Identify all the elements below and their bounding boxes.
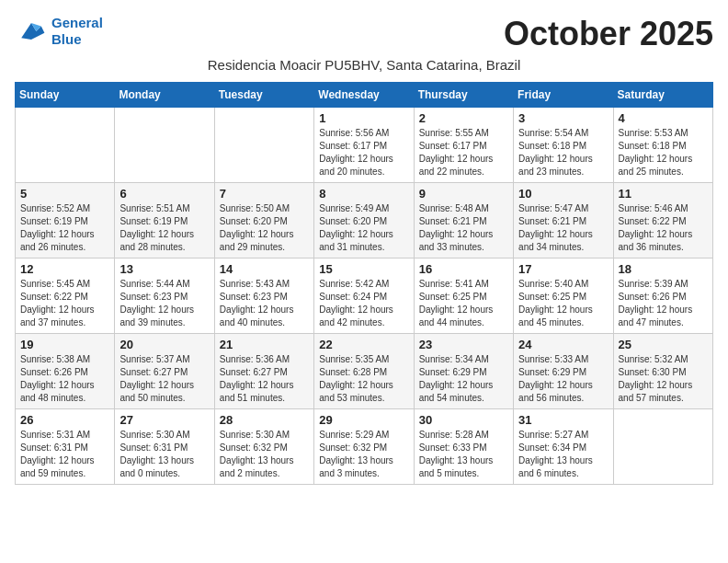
calendar-cell: 2Sunrise: 5:55 AM Sunset: 6:17 PM Daylig… [414,108,513,183]
day-info: Sunrise: 5:39 AM Sunset: 6:26 PM Dayligh… [619,278,708,329]
logo-line2: Blue [51,31,103,48]
day-info: Sunrise: 5:37 AM Sunset: 6:27 PM Dayligh… [119,353,209,405]
calendar-week-2: 5Sunrise: 5:52 AM Sunset: 6:19 PM Daylig… [16,183,713,259]
calendar-cell: 29Sunrise: 5:29 AM Sunset: 6:32 PM Dayli… [314,409,414,485]
day-number: 4 [619,111,708,125]
weekday-header-row: SundayMondayTuesdayWednesdayThursdayFrid… [16,83,713,108]
calendar-cell: 22Sunrise: 5:35 AM Sunset: 6:28 PM Dayli… [314,334,414,409]
calendar-cell: 19Sunrise: 5:38 AM Sunset: 6:26 PM Dayli… [16,334,115,409]
day-number: 28 [220,413,309,427]
day-number: 1 [319,111,408,125]
calendar-cell: 25Sunrise: 5:32 AM Sunset: 6:30 PM Dayli… [613,334,712,409]
day-number: 12 [20,262,109,276]
calendar-week-5: 26Sunrise: 5:31 AM Sunset: 6:31 PM Dayli… [16,409,713,485]
calendar-cell: 20Sunrise: 5:37 AM Sunset: 6:27 PM Dayli… [115,334,214,409]
weekday-header-tuesday: Tuesday [214,83,313,108]
day-number: 24 [518,338,608,351]
calendar-cell: 5Sunrise: 5:52 AM Sunset: 6:19 PM Daylig… [16,183,115,259]
day-number: 5 [20,187,109,201]
day-number: 31 [518,413,608,427]
day-number: 17 [518,262,608,276]
day-info: Sunrise: 5:32 AM Sunset: 6:30 PM Dayligh… [619,353,708,405]
day-info: Sunrise: 5:56 AM Sunset: 6:17 PM Dayligh… [319,127,408,178]
calendar-cell: 10Sunrise: 5:47 AM Sunset: 6:21 PM Dayli… [514,183,613,259]
weekday-header-friday: Friday [514,83,613,108]
calendar-week-4: 19Sunrise: 5:38 AM Sunset: 6:26 PM Dayli… [16,334,713,409]
day-info: Sunrise: 5:38 AM Sunset: 6:26 PM Dayligh… [20,353,109,405]
calendar-cell: 4Sunrise: 5:53 AM Sunset: 6:18 PM Daylig… [613,108,712,183]
day-number: 6 [119,187,209,201]
day-info: Sunrise: 5:49 AM Sunset: 6:20 PM Dayligh… [319,202,408,254]
day-info: Sunrise: 5:47 AM Sunset: 6:21 PM Dayligh… [518,202,608,254]
calendar-cell [115,108,214,183]
calendar-cell [16,108,115,183]
calendar-cell: 1Sunrise: 5:56 AM Sunset: 6:17 PM Daylig… [314,108,414,183]
day-number: 27 [119,413,209,427]
day-info: Sunrise: 5:30 AM Sunset: 6:32 PM Dayligh… [220,429,309,480]
calendar-cell: 23Sunrise: 5:34 AM Sunset: 6:29 PM Dayli… [414,334,513,409]
day-number: 10 [518,187,608,201]
calendar-cell: 13Sunrise: 5:44 AM Sunset: 6:23 PM Dayli… [115,259,214,334]
day-info: Sunrise: 5:28 AM Sunset: 6:33 PM Dayligh… [419,429,508,480]
calendar-cell: 21Sunrise: 5:36 AM Sunset: 6:27 PM Dayli… [214,334,313,409]
day-number: 7 [220,187,309,201]
day-info: Sunrise: 5:29 AM Sunset: 6:32 PM Dayligh… [319,429,408,480]
calendar-cell: 28Sunrise: 5:30 AM Sunset: 6:32 PM Dayli… [214,409,313,485]
day-number: 14 [220,262,309,276]
day-number: 20 [119,338,209,351]
day-number: 19 [20,338,109,351]
calendar-cell: 31Sunrise: 5:27 AM Sunset: 6:34 PM Dayli… [514,409,613,485]
day-info: Sunrise: 5:46 AM Sunset: 6:22 PM Dayligh… [619,202,708,254]
day-info: Sunrise: 5:48 AM Sunset: 6:21 PM Dayligh… [419,202,508,254]
day-info: Sunrise: 5:33 AM Sunset: 6:29 PM Dayligh… [518,353,608,405]
day-number: 30 [419,413,508,427]
page-header: General Blue October 2025 [15,15,713,53]
day-number: 16 [419,262,508,276]
day-info: Sunrise: 5:40 AM Sunset: 6:25 PM Dayligh… [518,278,608,329]
calendar-cell: 7Sunrise: 5:50 AM Sunset: 6:20 PM Daylig… [214,183,313,259]
subtitle: Residencia Moacir PU5BHV, Santa Catarina… [15,57,713,73]
calendar-cell: 27Sunrise: 5:30 AM Sunset: 6:31 PM Dayli… [115,409,214,485]
day-number: 8 [319,187,408,201]
calendar-cell: 8Sunrise: 5:49 AM Sunset: 6:20 PM Daylig… [314,183,414,259]
logo-line1: General [51,15,103,30]
calendar-cell: 6Sunrise: 5:51 AM Sunset: 6:19 PM Daylig… [115,183,214,259]
day-info: Sunrise: 5:27 AM Sunset: 6:34 PM Dayligh… [518,429,608,480]
day-info: Sunrise: 5:52 AM Sunset: 6:19 PM Dayligh… [20,202,109,254]
day-number: 3 [518,111,608,125]
calendar-cell [214,108,313,183]
weekday-header-thursday: Thursday [414,83,513,108]
day-info: Sunrise: 5:42 AM Sunset: 6:24 PM Dayligh… [319,278,408,329]
calendar-cell: 15Sunrise: 5:42 AM Sunset: 6:24 PM Dayli… [314,259,414,334]
month-title: October 2025 [504,15,713,53]
calendar-cell: 12Sunrise: 5:45 AM Sunset: 6:22 PM Dayli… [16,259,115,334]
day-number: 11 [619,187,708,201]
calendar-cell: 30Sunrise: 5:28 AM Sunset: 6:33 PM Dayli… [414,409,513,485]
day-info: Sunrise: 5:34 AM Sunset: 6:29 PM Dayligh… [419,353,508,405]
day-number: 25 [619,338,708,351]
calendar-cell: 26Sunrise: 5:31 AM Sunset: 6:31 PM Dayli… [16,409,115,485]
day-info: Sunrise: 5:53 AM Sunset: 6:18 PM Dayligh… [619,127,708,178]
day-number: 13 [119,262,209,276]
day-number: 22 [319,338,408,351]
day-info: Sunrise: 5:43 AM Sunset: 6:23 PM Dayligh… [220,278,309,329]
day-info: Sunrise: 5:36 AM Sunset: 6:27 PM Dayligh… [220,353,309,405]
day-info: Sunrise: 5:30 AM Sunset: 6:31 PM Dayligh… [119,429,209,480]
day-info: Sunrise: 5:51 AM Sunset: 6:19 PM Dayligh… [119,202,209,254]
calendar: SundayMondayTuesdayWednesdayThursdayFrid… [15,82,713,485]
day-info: Sunrise: 5:44 AM Sunset: 6:23 PM Dayligh… [119,278,209,329]
day-number: 2 [419,111,508,125]
calendar-cell: 9Sunrise: 5:48 AM Sunset: 6:21 PM Daylig… [414,183,513,259]
day-info: Sunrise: 5:50 AM Sunset: 6:20 PM Dayligh… [220,202,309,254]
calendar-cell: 16Sunrise: 5:41 AM Sunset: 6:25 PM Dayli… [414,259,513,334]
day-info: Sunrise: 5:55 AM Sunset: 6:17 PM Dayligh… [419,127,508,178]
calendar-cell: 17Sunrise: 5:40 AM Sunset: 6:25 PM Dayli… [514,259,613,334]
day-info: Sunrise: 5:31 AM Sunset: 6:31 PM Dayligh… [20,429,109,480]
logo-icon [15,15,48,48]
calendar-cell [613,409,712,485]
day-number: 9 [419,187,508,201]
calendar-cell: 14Sunrise: 5:43 AM Sunset: 6:23 PM Dayli… [214,259,313,334]
logo-text: General Blue [51,15,103,48]
day-info: Sunrise: 5:35 AM Sunset: 6:28 PM Dayligh… [319,353,408,405]
logo: General Blue [15,15,103,48]
